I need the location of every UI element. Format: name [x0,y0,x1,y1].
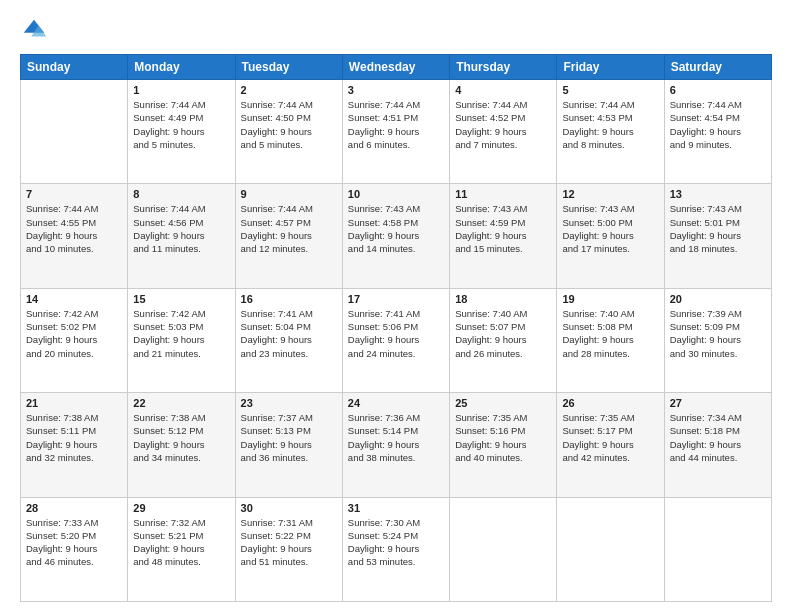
day-info: Sunrise: 7:44 AMSunset: 4:51 PMDaylight:… [348,98,444,151]
day-number: 21 [26,397,122,409]
calendar-cell: 28Sunrise: 7:33 AMSunset: 5:20 PMDayligh… [21,497,128,601]
week-row-4: 21Sunrise: 7:38 AMSunset: 5:11 PMDayligh… [21,393,772,497]
calendar-cell: 27Sunrise: 7:34 AMSunset: 5:18 PMDayligh… [664,393,771,497]
day-number: 10 [348,188,444,200]
day-info: Sunrise: 7:44 AMSunset: 4:52 PMDaylight:… [455,98,551,151]
calendar-cell: 8Sunrise: 7:44 AMSunset: 4:56 PMDaylight… [128,184,235,288]
day-number: 20 [670,293,766,305]
day-number: 5 [562,84,658,96]
calendar-cell [664,497,771,601]
calendar-cell: 3Sunrise: 7:44 AMSunset: 4:51 PMDaylight… [342,80,449,184]
day-info: Sunrise: 7:35 AMSunset: 5:16 PMDaylight:… [455,411,551,464]
logo-icon [20,16,48,44]
day-info: Sunrise: 7:37 AMSunset: 5:13 PMDaylight:… [241,411,337,464]
calendar-cell: 12Sunrise: 7:43 AMSunset: 5:00 PMDayligh… [557,184,664,288]
day-info: Sunrise: 7:44 AMSunset: 4:57 PMDaylight:… [241,202,337,255]
day-info: Sunrise: 7:43 AMSunset: 5:01 PMDaylight:… [670,202,766,255]
calendar-cell: 24Sunrise: 7:36 AMSunset: 5:14 PMDayligh… [342,393,449,497]
day-info: Sunrise: 7:44 AMSunset: 4:56 PMDaylight:… [133,202,229,255]
calendar-cell: 21Sunrise: 7:38 AMSunset: 5:11 PMDayligh… [21,393,128,497]
calendar-cell: 11Sunrise: 7:43 AMSunset: 4:59 PMDayligh… [450,184,557,288]
calendar-table: SundayMondayTuesdayWednesdayThursdayFrid… [20,54,772,602]
calendar-cell: 9Sunrise: 7:44 AMSunset: 4:57 PMDaylight… [235,184,342,288]
week-row-3: 14Sunrise: 7:42 AMSunset: 5:02 PMDayligh… [21,288,772,392]
calendar-cell [21,80,128,184]
day-info: Sunrise: 7:41 AMSunset: 5:06 PMDaylight:… [348,307,444,360]
day-number: 7 [26,188,122,200]
day-info: Sunrise: 7:41 AMSunset: 5:04 PMDaylight:… [241,307,337,360]
day-number: 28 [26,502,122,514]
calendar-cell: 6Sunrise: 7:44 AMSunset: 4:54 PMDaylight… [664,80,771,184]
day-info: Sunrise: 7:39 AMSunset: 5:09 PMDaylight:… [670,307,766,360]
week-row-2: 7Sunrise: 7:44 AMSunset: 4:55 PMDaylight… [21,184,772,288]
day-of-week-saturday: Saturday [664,55,771,80]
calendar-cell: 25Sunrise: 7:35 AMSunset: 5:16 PMDayligh… [450,393,557,497]
day-number: 18 [455,293,551,305]
day-number: 31 [348,502,444,514]
day-number: 1 [133,84,229,96]
day-of-week-monday: Monday [128,55,235,80]
day-info: Sunrise: 7:34 AMSunset: 5:18 PMDaylight:… [670,411,766,464]
day-number: 13 [670,188,766,200]
day-info: Sunrise: 7:35 AMSunset: 5:17 PMDaylight:… [562,411,658,464]
day-number: 8 [133,188,229,200]
calendar-cell: 15Sunrise: 7:42 AMSunset: 5:03 PMDayligh… [128,288,235,392]
day-info: Sunrise: 7:30 AMSunset: 5:24 PMDaylight:… [348,516,444,569]
calendar-cell: 16Sunrise: 7:41 AMSunset: 5:04 PMDayligh… [235,288,342,392]
day-info: Sunrise: 7:36 AMSunset: 5:14 PMDaylight:… [348,411,444,464]
day-info: Sunrise: 7:44 AMSunset: 4:54 PMDaylight:… [670,98,766,151]
calendar-cell: 18Sunrise: 7:40 AMSunset: 5:07 PMDayligh… [450,288,557,392]
calendar-cell: 30Sunrise: 7:31 AMSunset: 5:22 PMDayligh… [235,497,342,601]
day-number: 3 [348,84,444,96]
day-number: 26 [562,397,658,409]
day-info: Sunrise: 7:43 AMSunset: 4:58 PMDaylight:… [348,202,444,255]
logo [20,16,52,44]
calendar-cell: 10Sunrise: 7:43 AMSunset: 4:58 PMDayligh… [342,184,449,288]
day-number: 15 [133,293,229,305]
calendar-cell: 2Sunrise: 7:44 AMSunset: 4:50 PMDaylight… [235,80,342,184]
day-number: 24 [348,397,444,409]
calendar-cell [450,497,557,601]
day-number: 17 [348,293,444,305]
day-of-week-tuesday: Tuesday [235,55,342,80]
calendar-cell [557,497,664,601]
calendar-cell: 7Sunrise: 7:44 AMSunset: 4:55 PMDaylight… [21,184,128,288]
day-number: 30 [241,502,337,514]
day-info: Sunrise: 7:31 AMSunset: 5:22 PMDaylight:… [241,516,337,569]
day-number: 25 [455,397,551,409]
day-of-week-thursday: Thursday [450,55,557,80]
calendar-cell: 23Sunrise: 7:37 AMSunset: 5:13 PMDayligh… [235,393,342,497]
day-number: 6 [670,84,766,96]
calendar-cell: 1Sunrise: 7:44 AMSunset: 4:49 PMDaylight… [128,80,235,184]
calendar-cell: 4Sunrise: 7:44 AMSunset: 4:52 PMDaylight… [450,80,557,184]
day-number: 14 [26,293,122,305]
day-info: Sunrise: 7:44 AMSunset: 4:49 PMDaylight:… [133,98,229,151]
day-info: Sunrise: 7:43 AMSunset: 4:59 PMDaylight:… [455,202,551,255]
day-info: Sunrise: 7:42 AMSunset: 5:03 PMDaylight:… [133,307,229,360]
calendar-cell: 5Sunrise: 7:44 AMSunset: 4:53 PMDaylight… [557,80,664,184]
day-number: 9 [241,188,337,200]
day-info: Sunrise: 7:32 AMSunset: 5:21 PMDaylight:… [133,516,229,569]
day-number: 2 [241,84,337,96]
calendar-cell: 26Sunrise: 7:35 AMSunset: 5:17 PMDayligh… [557,393,664,497]
days-header-row: SundayMondayTuesdayWednesdayThursdayFrid… [21,55,772,80]
day-info: Sunrise: 7:43 AMSunset: 5:00 PMDaylight:… [562,202,658,255]
calendar-cell: 14Sunrise: 7:42 AMSunset: 5:02 PMDayligh… [21,288,128,392]
day-number: 23 [241,397,337,409]
day-number: 12 [562,188,658,200]
calendar-cell: 31Sunrise: 7:30 AMSunset: 5:24 PMDayligh… [342,497,449,601]
day-info: Sunrise: 7:44 AMSunset: 4:53 PMDaylight:… [562,98,658,151]
week-row-5: 28Sunrise: 7:33 AMSunset: 5:20 PMDayligh… [21,497,772,601]
day-number: 16 [241,293,337,305]
page-header [20,16,772,44]
day-info: Sunrise: 7:40 AMSunset: 5:08 PMDaylight:… [562,307,658,360]
day-info: Sunrise: 7:38 AMSunset: 5:12 PMDaylight:… [133,411,229,464]
day-number: 29 [133,502,229,514]
day-number: 22 [133,397,229,409]
day-number: 27 [670,397,766,409]
day-number: 11 [455,188,551,200]
day-of-week-wednesday: Wednesday [342,55,449,80]
calendar-cell: 19Sunrise: 7:40 AMSunset: 5:08 PMDayligh… [557,288,664,392]
day-info: Sunrise: 7:42 AMSunset: 5:02 PMDaylight:… [26,307,122,360]
calendar-cell: 20Sunrise: 7:39 AMSunset: 5:09 PMDayligh… [664,288,771,392]
